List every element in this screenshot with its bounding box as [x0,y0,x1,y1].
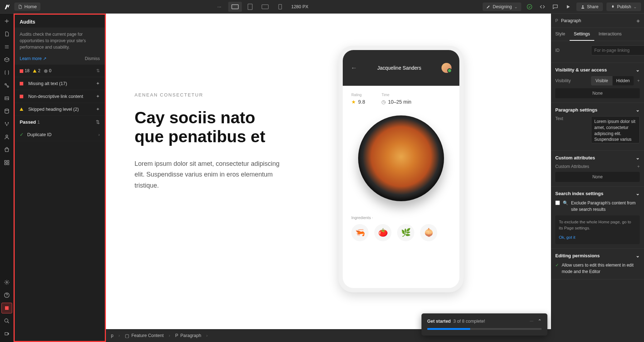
wand-icon[interactable]: ✦ [96,106,100,112]
tab-style[interactable]: Style [551,28,570,41]
back-icon: ← [351,64,357,72]
rocket-icon [611,5,615,9]
custom-attrs-list[interactable]: None [555,172,640,182]
ecommerce-icon[interactable] [1,144,12,155]
svg-point-18 [6,282,8,283]
audit-item[interactable]: Non-descriptive link content ✦ [15,90,105,103]
audit-item[interactable]: Missing alt text (17) ✦ [15,77,105,90]
chevron-down-icon: ⌄ [636,107,640,113]
visibility-toggle[interactable]: Visible Hidden [591,76,634,85]
get-started-toast: Get started 3 of 8 complete! ··· ⌃ [421,313,547,336]
page-selector[interactable]: Home [14,3,40,11]
svg-rect-1 [248,4,252,10]
audits-panel: Audits Audits check the current page for… [14,14,106,342]
wand-icon[interactable]: ✦ [96,81,100,86]
more-icon[interactable]: ··· [215,2,224,11]
audits-title: Audits [15,15,105,28]
text-input[interactable]: Lorem ipsum dolor sit amet, consectetur … [591,116,640,143]
svg-point-20 [6,296,7,297]
cms-icon[interactable] [1,106,12,117]
chevron-down-icon: ⌄ [636,155,640,160]
video-icon[interactable] [1,328,12,339]
audit-item-passed[interactable]: ✓Duplicate ID › [15,128,105,141]
assets-icon[interactable] [1,93,12,104]
svg-rect-16 [5,163,6,165]
phone-column: ← Jacqueline Sanders Rating ★9.8 [338,35,464,292]
settings-icon[interactable] [1,277,12,288]
variables-icon[interactable] [1,67,12,78]
components-icon[interactable] [1,54,12,65]
visibility-conditions[interactable]: None [555,88,640,98]
chevron-down-icon: ⌄ [636,191,640,196]
editing-header[interactable]: Editing permissions⌄ [555,253,640,258]
eyebrow[interactable]: AENEAN CONSECTETUR [135,92,285,98]
exclude-checkbox[interactable] [555,200,560,205]
mode-selector[interactable]: Designing ⌄ [483,3,521,11]
paragraph-header[interactable]: Paragraph settings⌄ [555,107,640,113]
check-icon[interactable] [525,2,534,11]
search-index-header[interactable]: Search index settings⌄ [555,191,640,196]
mobile-icon[interactable] [273,2,287,12]
svg-point-13 [6,135,8,137]
warn-icon [33,69,36,73]
pages-icon[interactable] [1,29,12,39]
hidden-option[interactable]: Hidden [613,76,634,85]
sort-icon[interactable]: ⇅ [96,68,100,73]
navigator-icon[interactable] [1,41,12,52]
styles-icon[interactable] [1,80,12,91]
visibility-header[interactable]: Visibility & user access⌄ [555,67,640,73]
svg-rect-2 [262,5,268,9]
learn-more-link[interactable]: Learn more ↗ [20,56,47,61]
phone-header: ← Jacqueline Sanders [343,50,459,86]
svg-rect-22 [5,333,8,335]
wand-icon[interactable]: ✦ [96,94,100,99]
id-input[interactable] [591,45,644,55]
svg-rect-14 [5,160,6,162]
desktop-icon[interactable] [243,2,257,12]
crumb[interactable]: p [111,333,113,338]
clock-icon: ◷ [381,99,386,105]
chevron-down-icon: ⌄ [636,253,640,258]
webflow-logo[interactable] [3,3,11,11]
add-icon[interactable] [1,16,12,26]
users-icon[interactable] [1,132,12,142]
search-icon[interactable] [1,316,12,326]
tablet-icon[interactable] [258,2,272,12]
tab-interactions[interactable]: Interactions [594,28,626,41]
dismiss-button[interactable]: Dismiss [85,56,100,61]
svg-rect-15 [7,160,9,162]
preview-icon[interactable] [564,2,573,11]
body-paragraph[interactable]: Lorem ipsum dolor sit amet, consectetur … [135,158,285,191]
canvas[interactable]: AENEAN CONSECTETUR Cay sociis nato que p… [106,14,551,329]
svg-point-9 [5,109,9,110]
visible-option[interactable]: Visible [591,76,613,85]
help-icon[interactable] [1,290,12,301]
comment-icon[interactable] [551,2,560,11]
add-icon[interactable]: + [637,78,640,83]
apps-icon[interactable] [1,157,12,168]
add-icon[interactable]: + [637,164,640,169]
more-icon[interactable]: ··· [530,318,533,324]
chevron-up-icon[interactable]: ⌃ [538,318,542,324]
share-button[interactable]: Share [576,3,603,11]
tab-settings[interactable]: Settings [570,28,594,41]
code-icon[interactable] [538,2,547,11]
crumb[interactable]: P Paragraph [175,333,201,338]
avatar [441,63,452,73]
svg-point-12 [6,125,7,126]
logic-icon[interactable] [1,119,12,129]
canvas-wrap: AENEAN CONSECTETUR Cay sociis nato que p… [106,14,551,342]
audits-icon[interactable] [1,303,12,313]
component-icon[interactable]: ◈ [636,18,640,23]
crumb[interactable]: ▢ Feature Content [125,333,164,338]
text-column: AENEAN CONSECTETUR Cay sociis nato que p… [135,35,285,191]
publish-button[interactable]: Publish ⌄ [606,3,641,11]
audit-item[interactable]: Skipped heading level (2) ✦ [15,103,105,116]
progress-bar [427,328,542,330]
custom-attrs-header[interactable]: Custom attributes⌄ [555,155,640,160]
headline[interactable]: Cay sociis nato que penatibus et [135,108,285,146]
sort-icon[interactable]: ⇅ [96,119,100,125]
desktop-large-icon[interactable] [228,2,242,12]
ok-link[interactable]: Ok, got it [559,234,636,241]
rating-row: Rating ★9.8 Time ◷10–25 min [351,93,451,105]
